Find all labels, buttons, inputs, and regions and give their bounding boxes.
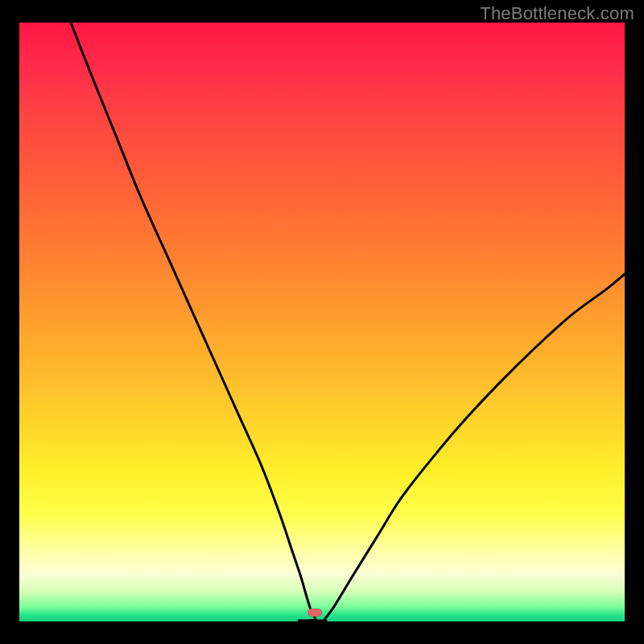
minimum-marker xyxy=(308,609,322,617)
bottleneck-curve xyxy=(19,23,625,621)
watermark-text: TheBottleneck.com xyxy=(480,3,634,24)
chart-frame: TheBottleneck.com xyxy=(0,0,644,644)
plot-area xyxy=(19,23,625,621)
